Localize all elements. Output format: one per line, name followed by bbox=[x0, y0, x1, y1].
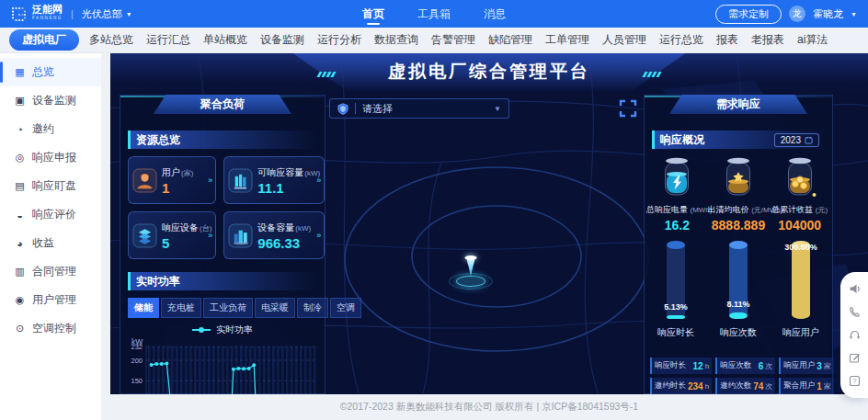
kpi-total-income: 总累计收益 (元) 104000 bbox=[769, 156, 830, 233]
section-realtime-power: 实时功率 bbox=[128, 272, 317, 290]
sidebar-item[interactable]: ◉ 用户管理 bbox=[0, 286, 101, 314]
page: 泛能网 FANNENG | 光伏总部 ▼ 首页工具箱消息 需求定制 龙 霍晓龙 … bbox=[0, 0, 868, 420]
topbar-nav-item[interactable]: 工具箱 bbox=[417, 0, 451, 28]
power-type-tabs: 储能充电桩工业负荷电采暖制冷空调 bbox=[128, 298, 317, 318]
module-tab[interactable]: 老报表 bbox=[745, 29, 791, 51]
kpi-value: 8888.889 bbox=[708, 218, 770, 233]
battery-bars-icon bbox=[228, 168, 253, 193]
year-value: 2023 bbox=[781, 135, 801, 145]
sidebar-item[interactable]: ◒ 响应评价 bbox=[0, 200, 101, 229]
power-type-tab[interactable]: 储能 bbox=[128, 298, 159, 318]
stat-unit: h bbox=[705, 382, 709, 391]
gauge-cylinder: 300.00% bbox=[792, 242, 810, 319]
module-tab[interactable]: 虚拟电厂 bbox=[9, 29, 79, 51]
stat-card-response-devices[interactable]: 响应设备(台) 5 » bbox=[128, 211, 216, 259]
stat-label: 响应次数 bbox=[720, 360, 751, 371]
sidebar-item-label: 用户管理 bbox=[32, 292, 76, 308]
stat-card-respondable-capacity[interactable]: 可响应容量(kW) 11.1 » bbox=[223, 156, 325, 204]
stat-unit: 次 bbox=[765, 361, 772, 371]
module-tab[interactable]: 运行汇总 bbox=[140, 29, 197, 51]
arrow-icon: » bbox=[208, 231, 212, 240]
logo-icon bbox=[11, 6, 27, 22]
sidebar-item[interactable]: ▦ 总览 bbox=[0, 58, 101, 86]
kpi-label: 总响应电量 bbox=[646, 205, 688, 214]
demand-custom-button[interactable]: 需求定制 bbox=[715, 5, 782, 24]
module-tab[interactable]: 报表 bbox=[710, 29, 745, 51]
sidebar-item-label: 响应申报 bbox=[32, 150, 76, 165]
org-selector[interactable]: 光伏总部 ▼ bbox=[82, 7, 132, 21]
sidebar-item-icon: ◔ bbox=[14, 124, 26, 135]
stat-card-device-capacity[interactable]: 设备容量(kW) 966.33 » bbox=[223, 211, 325, 259]
module-nav: 虚拟电厂多站总览运行汇总单站概览设备监测运行分析数据查询告警管理缺陷管理工单管理… bbox=[0, 28, 868, 53]
year-picker[interactable]: 2023 bbox=[774, 133, 819, 147]
resource-cards: 用户(家) 1 » 可响应容量(kW) 11.1 bbox=[128, 156, 317, 259]
brand[interactable]: 泛能网 FANNENG bbox=[11, 5, 63, 23]
sidebar-item-icon: ◎ bbox=[14, 152, 26, 164]
stat-label: 邀约时长 bbox=[655, 380, 686, 392]
battery-energy-icon bbox=[659, 156, 694, 199]
module-tab[interactable]: 单站概览 bbox=[197, 29, 254, 51]
help-icon[interactable]: ? bbox=[840, 369, 868, 392]
stat-unit: 次 bbox=[765, 381, 772, 392]
sidebar: ▦ 总览 ▣ 设备监测 ◔ 邀约 ◎ 响应申报 ▤ 响应盯盘 bbox=[0, 53, 101, 420]
power-type-tab[interactable]: 电采暖 bbox=[255, 298, 295, 318]
stat-value: 12 bbox=[693, 361, 703, 371]
power-type-tab[interactable]: 制冷 bbox=[297, 298, 328, 318]
module-tab[interactable]: 运行分析 bbox=[311, 29, 368, 51]
sidebar-item[interactable]: ◔ 邀约 bbox=[0, 115, 101, 143]
announcement-icon[interactable] bbox=[840, 278, 868, 301]
device-stack-icon bbox=[132, 223, 157, 248]
demand-response-panel: 需求响应 响应概况 2023 bbox=[644, 95, 833, 394]
gauge-percent: 300.00% bbox=[784, 243, 817, 252]
chevron-down-icon[interactable]: ▼ bbox=[851, 11, 857, 17]
module-tab[interactable]: 人员管理 bbox=[596, 29, 653, 51]
topbar-nav-item[interactable]: 消息 bbox=[484, 0, 506, 28]
sidebar-item[interactable]: ⊙ 空调控制 bbox=[0, 314, 101, 343]
module-tab[interactable]: 告警管理 bbox=[425, 29, 482, 51]
feedback-icon[interactable] bbox=[840, 346, 868, 369]
power-type-tab[interactable]: 空调 bbox=[330, 298, 361, 318]
stat-card-users[interactable]: 用户(家) 1 » bbox=[128, 156, 216, 204]
topbar-nav-item[interactable]: 首页 bbox=[362, 0, 384, 28]
sidebar-item[interactable]: ◎ 响应申报 bbox=[0, 143, 101, 172]
sidebar-item[interactable]: ▥ 合同管理 bbox=[0, 257, 101, 286]
jar-income-icon bbox=[782, 156, 817, 199]
sidebar-item-icon: ⊙ bbox=[14, 323, 26, 335]
stat-cell: 响应用户 3 家 bbox=[779, 358, 834, 374]
kpi-label: 出清均电价 bbox=[708, 205, 749, 214]
logo-name: 泛能网 bbox=[32, 5, 63, 14]
sidebar-item-label: 响应评价 bbox=[32, 207, 76, 222]
section-response-overview: 响应概况 2023 bbox=[652, 131, 825, 149]
sidebar-item[interactable]: ▤ 响应盯盘 bbox=[0, 172, 101, 200]
stat-cell: 邀约次数 74 次 bbox=[715, 378, 775, 394]
fullscreen-icon[interactable] bbox=[619, 99, 637, 118]
stat-cell: 响应时长 12 h bbox=[650, 358, 712, 374]
phone-icon[interactable] bbox=[840, 301, 868, 324]
gauge: 5.13% 响应时长 bbox=[645, 242, 707, 348]
kpi-value: 104000 bbox=[769, 218, 830, 233]
module-tab[interactable]: 运行总览 bbox=[653, 29, 710, 51]
module-tab[interactable]: 数据查询 bbox=[368, 29, 425, 51]
stat-cell: 响应次数 6 次 bbox=[715, 358, 775, 374]
customer-service-icon[interactable] bbox=[840, 324, 868, 346]
module-tab[interactable]: 多站总览 bbox=[83, 29, 140, 51]
stat-value: 6 bbox=[759, 361, 764, 371]
sidebar-item[interactable]: ▣ 设备监测 bbox=[0, 86, 101, 115]
jar-price-icon bbox=[721, 156, 756, 199]
card-value: 11.1 bbox=[257, 181, 320, 195]
stat-unit: 家 bbox=[824, 361, 831, 371]
module-tab[interactable]: 工单管理 bbox=[539, 29, 596, 51]
kpi-clearing-price: 出清均电价 (元/MWh) 8888.889 bbox=[708, 156, 770, 233]
power-type-tab[interactable]: 工业负荷 bbox=[203, 298, 253, 318]
module-tab[interactable]: 缺陷管理 bbox=[482, 29, 539, 51]
sidebar-item[interactable]: ◕ 收益 bbox=[0, 229, 101, 257]
copyright: ©2017-2023 新奥数能科技有限公司 版权所有 | 京ICP备180415… bbox=[110, 394, 868, 420]
username: 霍晓龙 bbox=[813, 7, 843, 21]
sidebar-item-icon: ▦ bbox=[14, 66, 26, 78]
section-resource-overview: 资源总览 bbox=[128, 131, 317, 149]
power-type-tab[interactable]: 充电桩 bbox=[161, 298, 201, 318]
module-tab[interactable]: 设备监测 bbox=[254, 29, 311, 51]
module-tab[interactable]: ai算法 bbox=[791, 29, 834, 51]
avatar[interactable]: 龙 bbox=[789, 6, 805, 22]
region-select[interactable]: 请选择 ▼ bbox=[329, 98, 509, 119]
